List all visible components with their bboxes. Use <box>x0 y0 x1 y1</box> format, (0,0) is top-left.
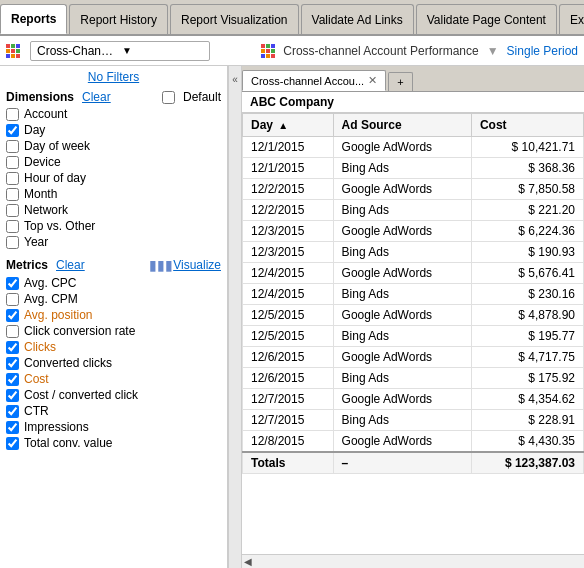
dim-device-checkbox[interactable] <box>6 156 19 169</box>
metric-click-conversion-checkbox[interactable] <box>6 325 19 338</box>
table-row: 12/4/2015 Bing Ads $ 230.16 <box>243 284 584 305</box>
col-cost: Cost <box>471 114 583 137</box>
cell-cost: $ 175.92 <box>471 368 583 389</box>
table-row: 12/2/2015 Bing Ads $ 221.20 <box>243 200 584 221</box>
bar-chart-icon: ▮▮▮ <box>149 257 173 273</box>
cell-day: 12/5/2015 <box>243 305 334 326</box>
bottom-scrollbar[interactable]: ◀ <box>242 554 584 568</box>
dim-year-checkbox[interactable] <box>6 236 19 249</box>
cell-cost: $ 5,676.41 <box>471 263 583 284</box>
cell-source: Google AdWords <box>333 347 471 368</box>
totals-cost: $ 123,387.03 <box>471 452 583 474</box>
metric-clicks-checkbox[interactable] <box>6 341 19 354</box>
dim-network: Network <box>6 203 221 217</box>
cell-cost: $ 6,224.36 <box>471 221 583 242</box>
col-ad-source: Ad Source <box>333 114 471 137</box>
metric-avg-cpc: Avg. CPC <box>6 276 221 290</box>
cell-cost: $ 4,354.62 <box>471 389 583 410</box>
metric-avg-cpc-label: Avg. CPC <box>24 276 76 290</box>
metrics-header: Metrics Clear ▮▮▮ Visualize <box>6 257 221 273</box>
metric-cost-converted: Cost / converted click <box>6 388 221 402</box>
cell-day: 12/2/2015 <box>243 200 334 221</box>
period-label[interactable]: Single Period <box>507 44 578 58</box>
visualize-link[interactable]: Visualize <box>173 258 221 272</box>
metric-cost-converted-label: Cost / converted click <box>24 388 138 402</box>
inner-tab-close-btn[interactable]: ✕ <box>368 74 377 87</box>
cell-source: Bing Ads <box>333 284 471 305</box>
tab-extract-page-links[interactable]: Extract Page Links <box>559 4 584 34</box>
totals-dash: – <box>333 452 471 474</box>
cell-source: Google AdWords <box>333 389 471 410</box>
metric-ctr-checkbox[interactable] <box>6 405 19 418</box>
tab-report-history[interactable]: Report History <box>69 4 168 34</box>
default-checkbox[interactable] <box>162 91 175 104</box>
table-row: 12/1/2015 Google AdWords $ 10,421.71 <box>243 137 584 158</box>
tab-validate-page-content[interactable]: Validate Page Content <box>416 4 557 34</box>
cell-day: 12/3/2015 <box>243 221 334 242</box>
cell-cost: $ 4,717.75 <box>471 347 583 368</box>
cell-day: 12/6/2015 <box>243 368 334 389</box>
dim-device: Device <box>6 155 221 169</box>
cell-day: 12/3/2015 <box>243 242 334 263</box>
metric-cost-checkbox[interactable] <box>6 373 19 386</box>
cell-source: Google AdWords <box>333 179 471 200</box>
scroll-left-arrow[interactable]: ◀ <box>244 556 252 567</box>
cell-source: Bing Ads <box>333 368 471 389</box>
dim-day-of-week: Day of week <box>6 139 221 153</box>
dim-day-label: Day <box>24 123 45 137</box>
dim-month-checkbox[interactable] <box>6 188 19 201</box>
totals-row: Totals – $ 123,387.03 <box>243 452 584 474</box>
dim-top-vs-other-checkbox[interactable] <box>6 220 19 233</box>
metric-converted-clicks-checkbox[interactable] <box>6 357 19 370</box>
cell-cost: $ 4,430.35 <box>471 431 583 453</box>
data-table-wrapper[interactable]: Day ▲ Ad Source Cost 12/1/2015 Google Ad… <box>242 113 584 554</box>
cell-day: 12/4/2015 <box>243 284 334 305</box>
cell-cost: $ 7,850.58 <box>471 179 583 200</box>
clear-dimensions[interactable]: Clear <box>82 90 111 104</box>
tab-validate-ad-links[interactable]: Validate Ad Links <box>301 4 414 34</box>
dim-year: Year <box>6 235 221 249</box>
tab-reports[interactable]: Reports <box>0 4 67 34</box>
dim-network-checkbox[interactable] <box>6 204 19 217</box>
cell-source: Google AdWords <box>333 305 471 326</box>
metric-clicks-label: Clicks <box>24 340 56 354</box>
metric-avg-cpc-checkbox[interactable] <box>6 277 19 290</box>
dim-account-checkbox[interactable] <box>6 108 19 121</box>
clear-metrics[interactable]: Clear <box>56 258 85 272</box>
collapse-button[interactable]: « <box>228 66 242 568</box>
metric-avg-cpm: Avg. CPM <box>6 292 221 306</box>
cell-day: 12/2/2015 <box>243 179 334 200</box>
cell-source: Bing Ads <box>333 410 471 431</box>
table-row: 12/5/2015 Bing Ads $ 195.77 <box>243 326 584 347</box>
cell-cost: $ 228.91 <box>471 410 583 431</box>
inner-tab-cross-channel[interactable]: Cross-channel Accou... ✕ <box>242 70 386 91</box>
table-row: 12/7/2015 Google AdWords $ 4,354.62 <box>243 389 584 410</box>
cell-cost: $ 221.20 <box>471 200 583 221</box>
dim-day-checkbox[interactable] <box>6 124 19 137</box>
cell-cost: $ 10,421.71 <box>471 137 583 158</box>
cell-cost: $ 195.77 <box>471 326 583 347</box>
default-row: Default <box>162 90 221 104</box>
dim-day-of-week-label: Day of week <box>24 139 90 153</box>
metric-avg-position-checkbox[interactable] <box>6 309 19 322</box>
metric-ctr: CTR <box>6 404 221 418</box>
metric-total-conv-checkbox[interactable] <box>6 437 19 450</box>
dim-account: Account <box>6 107 221 121</box>
dim-hour-checkbox[interactable] <box>6 172 19 185</box>
metric-impressions-checkbox[interactable] <box>6 421 19 434</box>
main-area: No Filters Dimensions Clear Default Acco… <box>0 66 584 568</box>
left-panel: No Filters Dimensions Clear Default Acco… <box>0 66 228 568</box>
metric-total-conv: Total conv. value <box>6 436 221 450</box>
dim-year-label: Year <box>24 235 48 249</box>
metric-avg-cpm-checkbox[interactable] <box>6 293 19 306</box>
report-dropdown[interactable]: Cross-Channel Account Performance ▼ <box>30 41 210 61</box>
dim-device-label: Device <box>24 155 61 169</box>
metric-cost-converted-checkbox[interactable] <box>6 389 19 402</box>
metrics-list: Avg. CPC Avg. CPM Avg. position Click co… <box>6 276 221 450</box>
tab-report-visualization[interactable]: Report Visualization <box>170 4 299 34</box>
table-header-row: Day ▲ Ad Source Cost <box>243 114 584 137</box>
dim-day-of-week-checkbox[interactable] <box>6 140 19 153</box>
no-filters-link[interactable]: No Filters <box>6 70 221 84</box>
dim-account-label: Account <box>24 107 67 121</box>
inner-tab-add[interactable]: + <box>388 72 412 91</box>
